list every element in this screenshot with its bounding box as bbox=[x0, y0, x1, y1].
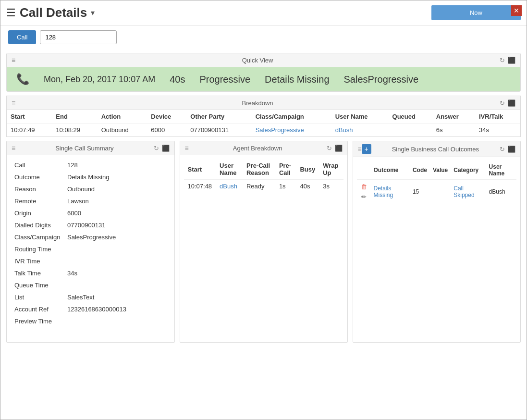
oc-code: 15 bbox=[410, 180, 430, 204]
oc-outcome-link[interactable]: Details Missing bbox=[374, 185, 393, 198]
outcomes-hamburger-icon[interactable]: ≡ bbox=[358, 145, 362, 153]
agent-hamburger-icon[interactable]: ≡ bbox=[185, 144, 189, 152]
panels-row: ≡ Single Call Summary ↻ ⬛ Call 128 Outco… bbox=[6, 141, 521, 343]
breakdown-header-row: Start End Action Device Other Party Clas… bbox=[7, 110, 520, 124]
bd-ivr-talk: 34s bbox=[475, 124, 520, 137]
agent-breakdown-body: Start User Name Pre-Call Reason Pre-Call… bbox=[180, 155, 347, 197]
oc-category: Call Skipped bbox=[451, 180, 486, 204]
agent-chart-icon[interactable]: ⬛ bbox=[335, 145, 343, 152]
val-list[interactable]: SalesText bbox=[67, 294, 94, 301]
summary-hamburger-icon[interactable]: ≡ bbox=[12, 144, 15, 152]
summary-outcome: Outcome Details Missing bbox=[11, 171, 171, 183]
bd-device: 6000 bbox=[147, 124, 186, 137]
bd-end: 10:08:29 bbox=[52, 124, 97, 137]
agent-breakdown-header: ≡ Agent Breakdown ↻ ⬛ bbox=[180, 141, 347, 155]
delete-outcome-button[interactable]: 🗑 bbox=[360, 182, 368, 191]
summary-title: Single Call Summary bbox=[15, 145, 153, 152]
call-bar: Call bbox=[0, 25, 527, 49]
bd-class-campaign-link[interactable]: SalesProgressive bbox=[256, 126, 304, 134]
agent-col-username: User Name bbox=[216, 159, 243, 180]
summary-ivr: IVR Time bbox=[11, 255, 171, 267]
lbl-reason: Reason bbox=[14, 185, 67, 193]
summary-call: Call 128 bbox=[11, 159, 171, 171]
now-button[interactable]: Now bbox=[431, 5, 521, 20]
page-title: Call Details bbox=[20, 5, 87, 20]
bd-user-name-link[interactable]: dBush bbox=[335, 126, 353, 134]
quick-view-chart-icon[interactable]: ⬛ bbox=[508, 57, 515, 64]
col-other-party: Other Party bbox=[186, 110, 251, 124]
col-start: Start bbox=[7, 110, 52, 124]
bd-other-party: 07700900131 bbox=[186, 124, 251, 137]
title-dropdown-icon[interactable]: ▾ bbox=[91, 8, 95, 17]
val-remote[interactable]: Lawson bbox=[67, 198, 89, 205]
oc-col-code: Code bbox=[410, 161, 430, 180]
bd-start: 10:07:49 bbox=[7, 124, 52, 137]
bd-user-name: dBush bbox=[331, 124, 389, 137]
agent-col-pre-call: Pre-Call bbox=[275, 159, 296, 180]
val-account[interactable]: 12326168630000013 bbox=[67, 306, 126, 313]
outcomes-chart-icon[interactable]: ⬛ bbox=[508, 146, 515, 153]
summary-account: Account Ref 12326168630000013 bbox=[11, 303, 171, 315]
quick-view-type: Progressive bbox=[199, 74, 250, 85]
lbl-ivr: IVR Time bbox=[14, 258, 67, 265]
lbl-talk: Talk Time bbox=[14, 270, 67, 277]
val-dialled[interactable]: 07700900131 bbox=[67, 222, 106, 229]
breakdown-hamburger-icon[interactable]: ≡ bbox=[12, 99, 15, 107]
val-class[interactable]: SalesProgressive bbox=[67, 234, 116, 241]
summary-class: Class/Campaign SalesProgressive bbox=[11, 231, 171, 243]
quick-view-content: 📞 Mon, Feb 20, 2017 10:07 AM 40s Progres… bbox=[7, 67, 520, 91]
col-answer: Answer bbox=[432, 110, 475, 124]
edit-outcome-button[interactable]: ✏ bbox=[360, 192, 368, 201]
agent-username-link[interactable]: dBush bbox=[220, 183, 237, 190]
summary-routing: Routing Time bbox=[11, 243, 171, 255]
main-window: ☰ Call Details ▾ Now ✕ Call ≡ Quick View… bbox=[0, 0, 527, 420]
lbl-remote: Remote bbox=[14, 198, 67, 205]
summary-chart-icon[interactable]: ⬛ bbox=[162, 145, 170, 152]
lbl-routing: Routing Time bbox=[14, 246, 67, 253]
lbl-origin: Origin bbox=[14, 210, 67, 217]
lbl-list: List bbox=[14, 294, 67, 301]
oc-category-link[interactable]: Call Skipped bbox=[453, 185, 474, 198]
summary-list: List SalesText bbox=[11, 291, 171, 303]
lbl-outcome: Outcome bbox=[14, 173, 67, 181]
summary-refresh-icon[interactable]: ↻ bbox=[154, 145, 159, 152]
outcomes-add-button[interactable]: + bbox=[362, 144, 371, 154]
agent-col-busy: Busy bbox=[296, 159, 319, 180]
outcomes-header: ≡ + Single Business Call Outcomes ↻ ⬛ bbox=[353, 141, 521, 157]
title-left: ☰ Call Details ▾ bbox=[6, 5, 95, 20]
breakdown-section: ≡ Breakdown ↻ ⬛ Start End Action Device … bbox=[6, 96, 521, 137]
oc-col-outcome: Outcome bbox=[371, 161, 410, 180]
bd-answer: 6s bbox=[432, 124, 475, 137]
agent-refresh-icon[interactable]: ↻ bbox=[327, 145, 332, 152]
close-button[interactable]: ✕ bbox=[511, 5, 522, 16]
breakdown-chart-icon[interactable]: ⬛ bbox=[508, 99, 515, 107]
agent-col-wrap: Wrap Up bbox=[319, 159, 343, 180]
outcomes-refresh-icon[interactable]: ↻ bbox=[500, 146, 505, 153]
col-action: Action bbox=[98, 110, 147, 124]
agent-breakdown-panel: ≡ Agent Breakdown ↻ ⬛ Start User Name Pr… bbox=[180, 141, 348, 343]
val-call[interactable]: 128 bbox=[67, 161, 78, 169]
list-icon: ☰ bbox=[6, 7, 16, 19]
breakdown-actions: ↻ ⬛ bbox=[500, 99, 515, 107]
outcomes-panel: ≡ + Single Business Call Outcomes ↻ ⬛ Ou… bbox=[353, 141, 521, 343]
quick-view-actions: ↻ ⬛ bbox=[500, 57, 515, 64]
breakdown-table-container: Start End Action Device Other Party Clas… bbox=[7, 110, 520, 136]
col-ivr-talk: IVR/Talk bbox=[475, 110, 520, 124]
col-queued: Queued bbox=[389, 110, 432, 124]
call-button[interactable]: Call bbox=[8, 30, 36, 44]
breakdown-refresh-icon[interactable]: ↻ bbox=[500, 99, 505, 107]
val-outcome[interactable]: Details Missing bbox=[67, 173, 109, 181]
lbl-class: Class/Campaign bbox=[14, 234, 67, 241]
breakdown-table: Start End Action Device Other Party Clas… bbox=[7, 110, 520, 136]
agent-header-row: Start User Name Pre-Call Reason Pre-Call… bbox=[184, 159, 343, 180]
col-user-name: User Name bbox=[331, 110, 389, 124]
quick-view-hamburger-icon[interactable]: ≡ bbox=[12, 56, 15, 64]
agent-pre-reason: Ready bbox=[243, 180, 275, 193]
outcomes-table: Outcome Code Value Category User Name 🗑 bbox=[357, 161, 517, 204]
phone-icon: 📞 bbox=[16, 73, 29, 86]
summary-preview: Preview Time bbox=[11, 315, 171, 327]
val-origin[interactable]: 6000 bbox=[67, 210, 81, 217]
call-input[interactable] bbox=[40, 30, 117, 44]
quick-view-refresh-icon[interactable]: ↻ bbox=[500, 57, 505, 64]
summary-queue: Queue Time bbox=[11, 279, 171, 291]
